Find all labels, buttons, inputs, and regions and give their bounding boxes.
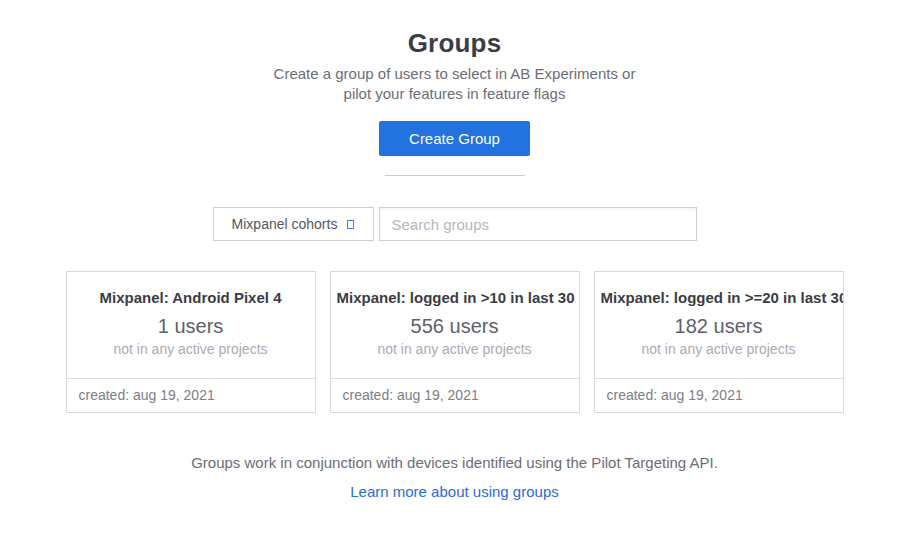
group-card-user-count: 182 users bbox=[595, 315, 843, 338]
cohort-source-select[interactable]: Mixpanel cohorts bbox=[213, 207, 374, 241]
create-group-button[interactable]: Create Group bbox=[379, 121, 530, 156]
search-groups-input[interactable] bbox=[379, 207, 697, 241]
page-subtitle: Create a group of users to select in AB … bbox=[0, 64, 909, 104]
page-subtitle-line1: Create a group of users to select in AB … bbox=[0, 64, 909, 84]
page-title: Groups bbox=[0, 28, 909, 59]
group-card-created: created: aug 19, 2021 bbox=[67, 378, 315, 412]
group-cards: Mixpanel: Android Pixel 4 1 users not in… bbox=[0, 271, 909, 413]
group-card-created: created: aug 19, 2021 bbox=[595, 378, 843, 412]
group-card[interactable]: Mixpanel: logged in >10 in last 30 ... 5… bbox=[330, 271, 580, 413]
group-card-title: Mixpanel: Android Pixel 4 bbox=[67, 289, 315, 306]
group-card[interactable]: Mixpanel: logged in >=20 in last 30... 1… bbox=[594, 271, 844, 413]
page-subtitle-line2: pilot your features in feature flags bbox=[0, 84, 909, 104]
group-card-status: not in any active projects bbox=[595, 341, 843, 357]
groups-page: Groups Create a group of users to select… bbox=[0, 0, 909, 558]
group-card[interactable]: Mixpanel: Android Pixel 4 1 users not in… bbox=[66, 271, 316, 413]
page-header: Groups Create a group of users to select… bbox=[0, 0, 909, 176]
dropdown-indicator-icon bbox=[347, 220, 354, 229]
group-card-status: not in any active projects bbox=[331, 341, 579, 357]
group-card-created: created: aug 19, 2021 bbox=[331, 378, 579, 412]
cohort-source-select-value: Mixpanel cohorts bbox=[232, 216, 338, 232]
group-card-title: Mixpanel: logged in >=20 in last 30... bbox=[595, 289, 843, 306]
header-divider bbox=[385, 175, 525, 176]
learn-more-link[interactable]: Learn more about using groups bbox=[350, 483, 558, 500]
filter-bar: Mixpanel cohorts bbox=[0, 207, 909, 241]
group-card-body: Mixpanel: Android Pixel 4 1 users not in… bbox=[67, 272, 315, 378]
group-card-body: Mixpanel: logged in >=20 in last 30... 1… bbox=[595, 272, 843, 378]
group-card-body: Mixpanel: logged in >10 in last 30 ... 5… bbox=[331, 272, 579, 378]
group-card-user-count: 556 users bbox=[331, 315, 579, 338]
page-footer: Groups work in conjunction with devices … bbox=[0, 454, 909, 501]
footer-info-text: Groups work in conjunction with devices … bbox=[0, 454, 909, 471]
group-card-status: not in any active projects bbox=[67, 341, 315, 357]
group-card-user-count: 1 users bbox=[67, 315, 315, 338]
group-card-title: Mixpanel: logged in >10 in last 30 ... bbox=[331, 289, 579, 306]
